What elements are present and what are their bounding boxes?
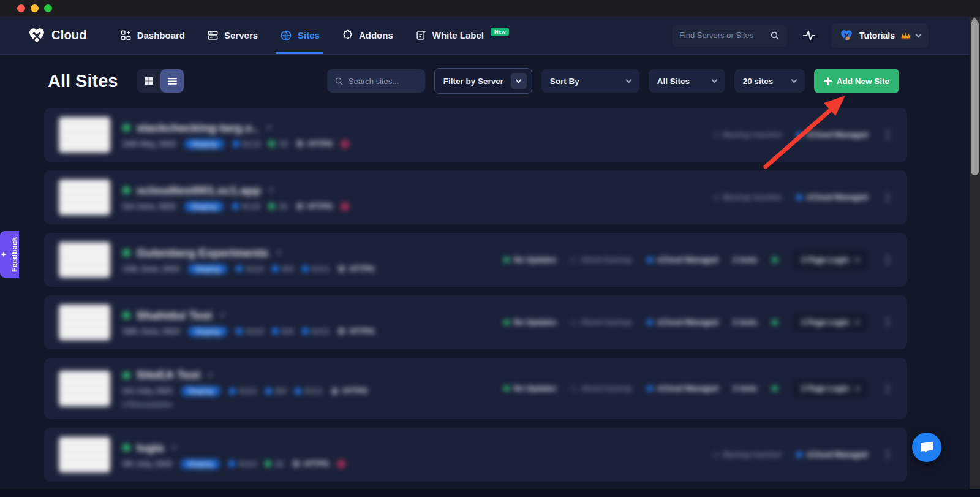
external-link-icon[interactable]: [274, 249, 282, 257]
site-thumbnail: [59, 180, 110, 215]
site-title-line: lugia: [123, 441, 345, 455]
site-meta-globe-item: HTTPS: [296, 140, 333, 148]
site-info: SiteEA Test 3rd July, 2023 Staging 6.2.2…: [123, 368, 368, 409]
plus-icon: [824, 77, 832, 85]
site-row[interactable]: slackchecking-targ.x.. 24th May, 2023 St…: [44, 108, 907, 162]
all-sites-dropdown[interactable]: All Sites: [649, 69, 725, 93]
site-row-badges: No UpdatesAbout backupxCloud Managed2 te…: [503, 313, 892, 332]
global-search[interactable]: [672, 25, 787, 47]
view-toggle: [137, 69, 184, 93]
chevron-down-icon: [625, 77, 631, 83]
nav-item-label: Dashboard: [137, 30, 185, 40]
site-badge-login[interactable]: 2 Page Login: [793, 379, 868, 398]
site-info: Shahidul Test 16th June, 2023 Staging 6.…: [123, 309, 374, 336]
site-row-content: xcloudtest001.xc1.app 3rd June, 2023 Sta…: [44, 170, 907, 224]
site-row-badges: No UpdatesAbout backupxCloud Managed2 te…: [503, 250, 892, 270]
nav-item-addons[interactable]: Addons: [342, 17, 393, 54]
external-link-icon[interactable]: [265, 124, 273, 132]
site-status-dot: [123, 124, 130, 132]
external-link-icon[interactable]: [267, 186, 275, 194]
site-badge-dot: [772, 385, 778, 392]
white-label-icon: [415, 29, 427, 41]
nav-item-white-label[interactable]: White Label New: [415, 17, 510, 54]
site-env-badge: Staging: [184, 139, 224, 149]
chevron-down-icon: [711, 77, 717, 83]
global-search-input[interactable]: [679, 31, 765, 40]
scrollbar-thumb[interactable]: [971, 20, 979, 175]
row-menu-icon[interactable]: [886, 196, 889, 199]
site-search[interactable]: [327, 69, 425, 93]
external-link-icon[interactable]: [206, 371, 214, 379]
row-menu-icon[interactable]: [886, 134, 889, 136]
chat-button[interactable]: [912, 433, 941, 462]
filter-by-server-dropdown[interactable]: Filter by Server: [434, 68, 532, 94]
site-meta-line: 24th May, 2023 Staging 8.1.612HTTPS: [123, 139, 349, 149]
site-meta-green-item: 12: [268, 202, 287, 211]
site-name[interactable]: SiteEA Test: [137, 368, 200, 382]
site-meta-blue-item: 6.2.2: [236, 327, 263, 336]
site-search-input[interactable]: [349, 77, 418, 86]
site-badge-gray: About backup: [571, 256, 631, 264]
nav-item-sites[interactable]: Sites: [280, 17, 320, 54]
site-date: 24th May, 2023: [123, 140, 176, 148]
site-title-line: slackchecking-targ.x..: [123, 121, 349, 135]
row-menu-icon[interactable]: [886, 259, 889, 261]
grid-view-icon: [144, 76, 154, 86]
site-name[interactable]: Shahidul Test: [137, 309, 212, 322]
site-name[interactable]: slackchecking-targ.x..: [137, 121, 258, 135]
site-env-badge: Staging: [188, 264, 227, 274]
row-menu-icon[interactable]: [886, 321, 889, 324]
chevron-down-icon: [854, 256, 861, 262]
nav-item-label: Servers: [224, 30, 258, 40]
site-meta-blue-item: 8.0: [272, 327, 293, 336]
site-badge-gray: Backup Inactive: [714, 131, 782, 139]
nav-right-group: Tutorials: [672, 23, 929, 48]
zoom-window-button[interactable]: [44, 4, 52, 12]
chevron-down-icon: [791, 77, 797, 83]
site-row[interactable]: xcloudtest001.xc1.app 3rd June, 2023 Sta…: [44, 170, 907, 224]
site-badge-login[interactable]: 2 Page Login: [793, 313, 868, 332]
site-name[interactable]: xcloudtest001.xc1.app: [137, 184, 261, 197]
site-badge-green: No Updates: [503, 256, 556, 264]
activity-icon[interactable]: [802, 28, 816, 43]
tutorials-button[interactable]: Tutorials: [831, 23, 929, 48]
site-thumbnail: [59, 117, 110, 153]
site-row[interactable]: SiteEA Test 3rd July, 2023 Staging 6.2.2…: [44, 358, 907, 419]
site-env-badge: Staging: [181, 386, 221, 396]
site-name[interactable]: lugia: [137, 441, 164, 455]
site-name[interactable]: Gutenberg Experiments: [137, 246, 268, 260]
per-page-label: 20 sites: [743, 77, 774, 86]
list-view-button[interactable]: [160, 69, 184, 93]
per-page-dropdown[interactable]: 20 sites: [734, 69, 805, 93]
site-meta-line: 4th July, 2023 Staging 6.2.212HTTPS: [123, 459, 345, 469]
site-title-line: Shahidul Test: [123, 309, 374, 322]
site-badge-gray: About backup: [571, 318, 631, 327]
grid-view-button[interactable]: [137, 69, 160, 93]
filter-dropdown-toggle[interactable]: [511, 73, 527, 89]
site-badge-blue: xCloud Managed: [647, 256, 718, 264]
sort-by-dropdown[interactable]: Sort By: [541, 69, 639, 93]
window-titlebar: [0, 0, 980, 17]
add-new-site-button[interactable]: Add New Site: [814, 69, 899, 93]
row-menu-icon[interactable]: [886, 453, 889, 456]
nav-item-dashboard[interactable]: Dashboard: [120, 17, 185, 54]
site-badge-login[interactable]: 2 Page Login: [793, 250, 868, 270]
globe-icon: [296, 202, 304, 210]
site-row[interactable]: Gutenberg Experiments 13th June, 2023 St…: [44, 233, 907, 287]
nav-item-servers[interactable]: Servers: [207, 17, 258, 54]
minimize-window-button[interactable]: [31, 4, 39, 12]
external-link-icon[interactable]: [170, 444, 178, 452]
chevron-down-icon: [854, 319, 861, 325]
row-menu-icon[interactable]: [886, 387, 889, 390]
close-window-button[interactable]: [17, 4, 25, 12]
brand-logo[interactable]: Cloud: [27, 26, 87, 45]
dashboard-icon: [120, 29, 132, 41]
tutorials-label: Tutorials: [859, 31, 895, 40]
external-link-icon[interactable]: [218, 311, 226, 319]
site-badge-blue: xCloud Managed: [796, 193, 868, 202]
site-date: 16th June, 2023: [123, 327, 179, 336]
site-row[interactable]: Shahidul Test 16th June, 2023 Staging 6.…: [44, 295, 907, 349]
site-row[interactable]: lugia 4th July, 2023 Staging 6.2.212HTTP…: [44, 428, 907, 482]
site-env-badge: Staging: [184, 202, 224, 211]
feedback-tab[interactable]: Feedback: [0, 231, 19, 278]
